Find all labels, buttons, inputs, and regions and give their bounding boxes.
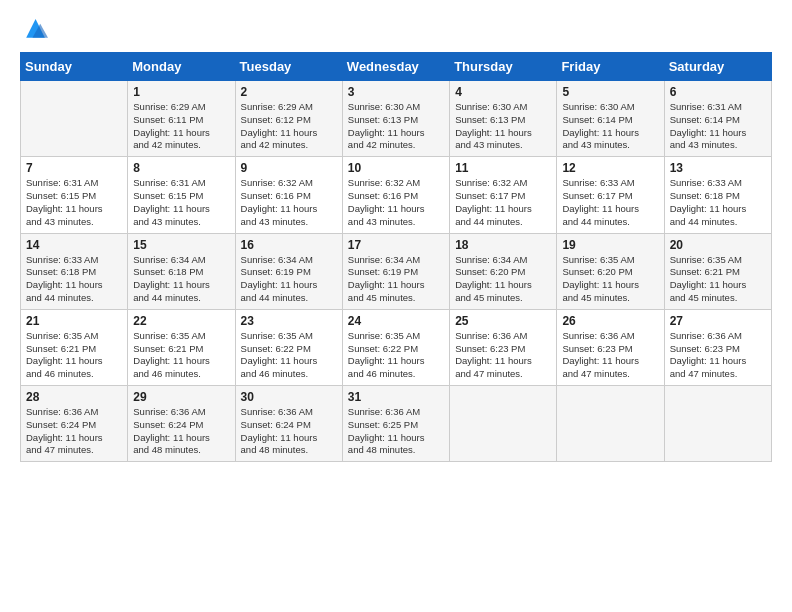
day-number: 7: [26, 161, 123, 175]
day-detail: Sunrise: 6:30 AM Sunset: 6:13 PM Dayligh…: [455, 101, 552, 152]
day-cell: [664, 386, 771, 462]
day-cell: 21Sunrise: 6:35 AM Sunset: 6:21 PM Dayli…: [21, 309, 128, 385]
day-number: 13: [670, 161, 767, 175]
header-day-monday: Monday: [128, 53, 235, 81]
day-number: 24: [348, 314, 445, 328]
day-number: 17: [348, 238, 445, 252]
day-detail: Sunrise: 6:36 AM Sunset: 6:24 PM Dayligh…: [241, 406, 338, 457]
day-number: 1: [133, 85, 230, 99]
day-cell: 28Sunrise: 6:36 AM Sunset: 6:24 PM Dayli…: [21, 386, 128, 462]
day-detail: Sunrise: 6:31 AM Sunset: 6:15 PM Dayligh…: [26, 177, 123, 228]
day-detail: Sunrise: 6:31 AM Sunset: 6:14 PM Dayligh…: [670, 101, 767, 152]
header: [20, 16, 772, 44]
day-number: 18: [455, 238, 552, 252]
day-cell: 26Sunrise: 6:36 AM Sunset: 6:23 PM Dayli…: [557, 309, 664, 385]
logo-icon: [20, 16, 48, 44]
week-row-1: 7Sunrise: 6:31 AM Sunset: 6:15 PM Daylig…: [21, 157, 772, 233]
day-cell: [450, 386, 557, 462]
day-cell: 31Sunrise: 6:36 AM Sunset: 6:25 PM Dayli…: [342, 386, 449, 462]
day-number: 11: [455, 161, 552, 175]
day-cell: 14Sunrise: 6:33 AM Sunset: 6:18 PM Dayli…: [21, 233, 128, 309]
day-cell: 30Sunrise: 6:36 AM Sunset: 6:24 PM Dayli…: [235, 386, 342, 462]
day-detail: Sunrise: 6:34 AM Sunset: 6:20 PM Dayligh…: [455, 254, 552, 305]
day-number: 2: [241, 85, 338, 99]
day-cell: 4Sunrise: 6:30 AM Sunset: 6:13 PM Daylig…: [450, 81, 557, 157]
day-cell: 8Sunrise: 6:31 AM Sunset: 6:15 PM Daylig…: [128, 157, 235, 233]
header-day-saturday: Saturday: [664, 53, 771, 81]
day-detail: Sunrise: 6:36 AM Sunset: 6:23 PM Dayligh…: [670, 330, 767, 381]
day-cell: 5Sunrise: 6:30 AM Sunset: 6:14 PM Daylig…: [557, 81, 664, 157]
day-detail: Sunrise: 6:33 AM Sunset: 6:18 PM Dayligh…: [670, 177, 767, 228]
day-cell: 22Sunrise: 6:35 AM Sunset: 6:21 PM Dayli…: [128, 309, 235, 385]
day-number: 25: [455, 314, 552, 328]
calendar-table: SundayMondayTuesdayWednesdayThursdayFrid…: [20, 52, 772, 462]
day-number: 21: [26, 314, 123, 328]
day-detail: Sunrise: 6:34 AM Sunset: 6:19 PM Dayligh…: [241, 254, 338, 305]
day-number: 26: [562, 314, 659, 328]
day-number: 12: [562, 161, 659, 175]
day-detail: Sunrise: 6:32 AM Sunset: 6:17 PM Dayligh…: [455, 177, 552, 228]
day-number: 10: [348, 161, 445, 175]
day-cell: 19Sunrise: 6:35 AM Sunset: 6:20 PM Dayli…: [557, 233, 664, 309]
day-cell: 7Sunrise: 6:31 AM Sunset: 6:15 PM Daylig…: [21, 157, 128, 233]
day-detail: Sunrise: 6:35 AM Sunset: 6:21 PM Dayligh…: [26, 330, 123, 381]
week-row-3: 21Sunrise: 6:35 AM Sunset: 6:21 PM Dayli…: [21, 309, 772, 385]
day-cell: 3Sunrise: 6:30 AM Sunset: 6:13 PM Daylig…: [342, 81, 449, 157]
day-cell: 25Sunrise: 6:36 AM Sunset: 6:23 PM Dayli…: [450, 309, 557, 385]
day-detail: Sunrise: 6:36 AM Sunset: 6:23 PM Dayligh…: [562, 330, 659, 381]
day-number: 9: [241, 161, 338, 175]
day-detail: Sunrise: 6:34 AM Sunset: 6:19 PM Dayligh…: [348, 254, 445, 305]
day-number: 23: [241, 314, 338, 328]
day-cell: 13Sunrise: 6:33 AM Sunset: 6:18 PM Dayli…: [664, 157, 771, 233]
header-row: SundayMondayTuesdayWednesdayThursdayFrid…: [21, 53, 772, 81]
day-cell: 18Sunrise: 6:34 AM Sunset: 6:20 PM Dayli…: [450, 233, 557, 309]
day-detail: Sunrise: 6:36 AM Sunset: 6:24 PM Dayligh…: [26, 406, 123, 457]
day-number: 30: [241, 390, 338, 404]
header-day-thursday: Thursday: [450, 53, 557, 81]
header-day-sunday: Sunday: [21, 53, 128, 81]
day-detail: Sunrise: 6:35 AM Sunset: 6:21 PM Dayligh…: [670, 254, 767, 305]
logo: [20, 16, 52, 44]
week-row-0: 1Sunrise: 6:29 AM Sunset: 6:11 PM Daylig…: [21, 81, 772, 157]
day-cell: 15Sunrise: 6:34 AM Sunset: 6:18 PM Dayli…: [128, 233, 235, 309]
day-number: 22: [133, 314, 230, 328]
day-detail: Sunrise: 6:33 AM Sunset: 6:18 PM Dayligh…: [26, 254, 123, 305]
day-number: 28: [26, 390, 123, 404]
day-cell: 12Sunrise: 6:33 AM Sunset: 6:17 PM Dayli…: [557, 157, 664, 233]
day-number: 14: [26, 238, 123, 252]
day-cell: 24Sunrise: 6:35 AM Sunset: 6:22 PM Dayli…: [342, 309, 449, 385]
day-number: 20: [670, 238, 767, 252]
day-number: 27: [670, 314, 767, 328]
day-cell: 6Sunrise: 6:31 AM Sunset: 6:14 PM Daylig…: [664, 81, 771, 157]
day-cell: 10Sunrise: 6:32 AM Sunset: 6:16 PM Dayli…: [342, 157, 449, 233]
day-cell: 1Sunrise: 6:29 AM Sunset: 6:11 PM Daylig…: [128, 81, 235, 157]
day-number: 19: [562, 238, 659, 252]
day-number: 5: [562, 85, 659, 99]
day-cell: 29Sunrise: 6:36 AM Sunset: 6:24 PM Dayli…: [128, 386, 235, 462]
day-detail: Sunrise: 6:36 AM Sunset: 6:23 PM Dayligh…: [455, 330, 552, 381]
day-cell: [557, 386, 664, 462]
day-detail: Sunrise: 6:36 AM Sunset: 6:25 PM Dayligh…: [348, 406, 445, 457]
day-detail: Sunrise: 6:29 AM Sunset: 6:11 PM Dayligh…: [133, 101, 230, 152]
day-cell: 16Sunrise: 6:34 AM Sunset: 6:19 PM Dayli…: [235, 233, 342, 309]
page: SundayMondayTuesdayWednesdayThursdayFrid…: [0, 0, 792, 612]
day-number: 29: [133, 390, 230, 404]
day-detail: Sunrise: 6:32 AM Sunset: 6:16 PM Dayligh…: [348, 177, 445, 228]
day-detail: Sunrise: 6:36 AM Sunset: 6:24 PM Dayligh…: [133, 406, 230, 457]
day-detail: Sunrise: 6:31 AM Sunset: 6:15 PM Dayligh…: [133, 177, 230, 228]
day-detail: Sunrise: 6:32 AM Sunset: 6:16 PM Dayligh…: [241, 177, 338, 228]
day-cell: 2Sunrise: 6:29 AM Sunset: 6:12 PM Daylig…: [235, 81, 342, 157]
day-detail: Sunrise: 6:30 AM Sunset: 6:13 PM Dayligh…: [348, 101, 445, 152]
day-detail: Sunrise: 6:30 AM Sunset: 6:14 PM Dayligh…: [562, 101, 659, 152]
day-cell: 20Sunrise: 6:35 AM Sunset: 6:21 PM Dayli…: [664, 233, 771, 309]
day-detail: Sunrise: 6:29 AM Sunset: 6:12 PM Dayligh…: [241, 101, 338, 152]
day-cell: 11Sunrise: 6:32 AM Sunset: 6:17 PM Dayli…: [450, 157, 557, 233]
day-number: 4: [455, 85, 552, 99]
week-row-2: 14Sunrise: 6:33 AM Sunset: 6:18 PM Dayli…: [21, 233, 772, 309]
day-detail: Sunrise: 6:33 AM Sunset: 6:17 PM Dayligh…: [562, 177, 659, 228]
day-number: 31: [348, 390, 445, 404]
header-day-tuesday: Tuesday: [235, 53, 342, 81]
day-number: 15: [133, 238, 230, 252]
header-day-wednesday: Wednesday: [342, 53, 449, 81]
day-detail: Sunrise: 6:35 AM Sunset: 6:22 PM Dayligh…: [348, 330, 445, 381]
